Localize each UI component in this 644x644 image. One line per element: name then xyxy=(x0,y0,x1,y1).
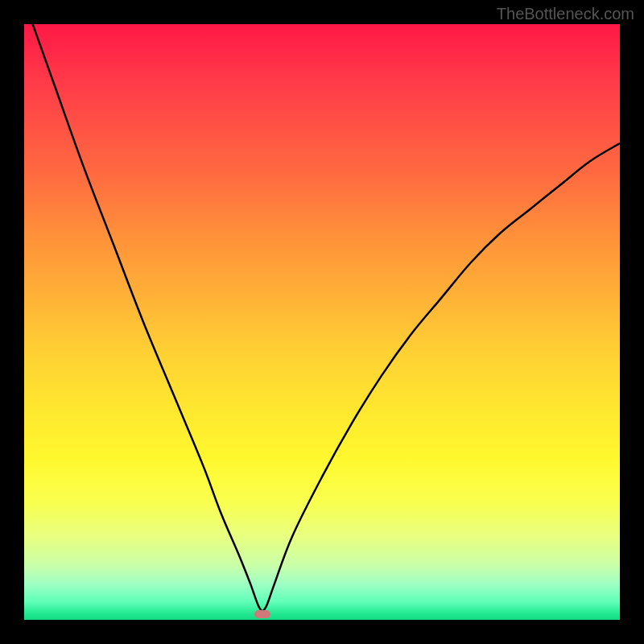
watermark-text: TheBottleneck.com xyxy=(497,5,634,23)
chart-container xyxy=(24,24,620,620)
minimum-marker xyxy=(254,610,270,618)
bottleneck-curve xyxy=(24,24,620,620)
